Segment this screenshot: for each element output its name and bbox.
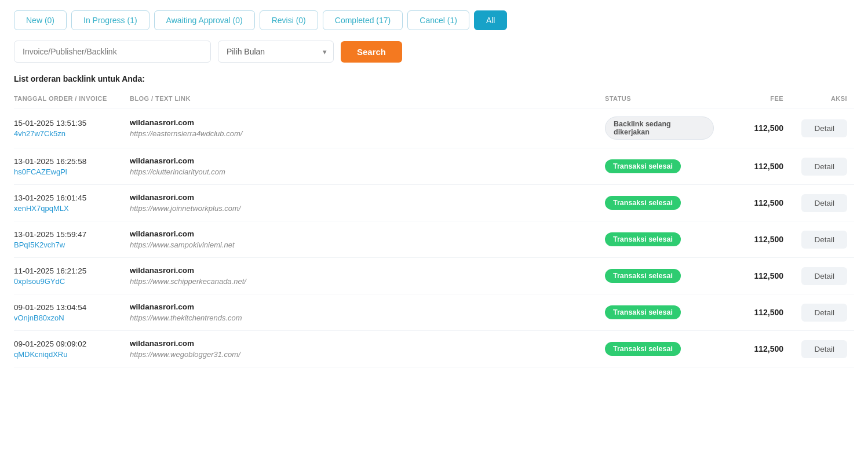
order-date: 13-01-2025 15:59:47	[14, 230, 123, 239]
order-date: 15-01-2025 13:51:35	[14, 119, 123, 127]
blog-url: https://www.thekitchentrends.com	[130, 314, 242, 322]
tab-cancel[interactable]: Cancel (1)	[407, 10, 469, 30]
fee-value: 112,500	[721, 185, 790, 221]
status-badge: Transaksi selesai	[605, 305, 681, 319]
col-header-tanggal: TANGGAL ORDER / INVOICE	[14, 92, 130, 108]
search-button[interactable]: Search	[341, 41, 402, 63]
tab-in-progress[interactable]: In Progress (1)	[71, 10, 149, 30]
table-row: 09-01-2025 09:09:02 qMDKcniqdXRu wildana…	[14, 331, 854, 367]
tab-revisi[interactable]: Revisi (0)	[260, 10, 318, 30]
blog-url: https://www.schipperkecanada.net/	[130, 277, 246, 286]
table-row: 11-01-2025 16:21:25 0xpIsou9GYdC wildana…	[14, 258, 854, 294]
blog-url: https://clutterinclarityout.com	[130, 167, 225, 176]
detail-button[interactable]: Detail	[801, 340, 847, 358]
col-header-fee: FEE	[721, 92, 790, 108]
search-input[interactable]	[14, 41, 211, 63]
blog-url: https://www.wegoblogger31.com/	[130, 350, 240, 359]
order-date: 09-01-2025 09:09:02	[14, 340, 123, 348]
month-select-wrap: Pilih Bulan ▾	[218, 41, 334, 63]
order-invoice[interactable]: BPqI5K2vch7w	[14, 240, 123, 249]
detail-button[interactable]: Detail	[801, 119, 847, 137]
blog-name: wildanasrori.com	[130, 302, 598, 311]
status-badge: Transaksi selesai	[605, 159, 681, 173]
orders-table: TANGGAL ORDER / INVOICE BLOG / TEXT LINK…	[14, 92, 854, 367]
status-badge: Transaksi selesai	[605, 269, 681, 283]
order-date: 13-01-2025 16:25:58	[14, 157, 123, 166]
blog-url: https://www.sampokiviniemi.net	[130, 240, 235, 249]
table-row: 13-01-2025 16:01:45 xenHX7qpqMLX wildana…	[14, 185, 854, 221]
blog-name: wildanasrori.com	[130, 193, 598, 202]
table-row: 13-01-2025 16:25:58 hs0FCAZEwgPl wildana…	[14, 148, 854, 185]
fee-value: 112,500	[721, 331, 790, 367]
detail-button[interactable]: Detail	[801, 304, 847, 322]
col-header-status: STATUS	[605, 92, 721, 108]
blog-url: https://easternsierra4wdclub.com/	[130, 129, 242, 138]
detail-button[interactable]: Detail	[801, 194, 847, 212]
order-invoice[interactable]: xenHX7qpqMLX	[14, 204, 123, 213]
col-header-blog: BLOG / TEXT LINK	[130, 92, 605, 108]
detail-button[interactable]: Detail	[801, 231, 847, 249]
status-badge: Transaksi selesai	[605, 342, 681, 356]
detail-button[interactable]: Detail	[801, 267, 847, 285]
list-heading: List orderan backlink untuk Anda:	[14, 74, 854, 83]
blog-url: https://www.joinnetworkplus.com/	[130, 204, 240, 213]
blog-name: wildanasrori.com	[130, 156, 598, 165]
blog-name: wildanasrori.com	[130, 339, 598, 348]
blog-name: wildanasrori.com	[130, 229, 598, 238]
order-invoice[interactable]: 0xpIsou9GYdC	[14, 277, 123, 286]
tab-new[interactable]: New (0)	[14, 10, 67, 30]
fee-value: 112,500	[721, 221, 790, 258]
blog-name: wildanasrori.com	[130, 118, 598, 127]
tab-bar: New (0)In Progress (1)Awaiting Approval …	[14, 10, 854, 30]
tab-all[interactable]: All	[474, 10, 508, 30]
table-row: 13-01-2025 15:59:47 BPqI5K2vch7w wildana…	[14, 221, 854, 258]
fee-value: 112,500	[721, 108, 790, 148]
blog-name: wildanasrori.com	[130, 266, 598, 275]
table-row: 09-01-2025 13:04:54 vOnjnB80xzoN wildana…	[14, 294, 854, 331]
month-select[interactable]: Pilih Bulan	[218, 41, 334, 63]
fee-value: 112,500	[721, 148, 790, 185]
table-header: TANGGAL ORDER / INVOICE BLOG / TEXT LINK…	[14, 92, 854, 108]
status-badge: Backlink sedang dikerjakan	[605, 116, 714, 140]
table-body: 15-01-2025 13:51:35 4vh27w7Ck5zn wildana…	[14, 108, 854, 367]
order-invoice[interactable]: 4vh27w7Ck5zn	[14, 129, 123, 138]
table-row: 15-01-2025 13:51:35 4vh27w7Ck5zn wildana…	[14, 108, 854, 148]
order-date: 11-01-2025 16:21:25	[14, 267, 123, 275]
detail-button[interactable]: Detail	[801, 158, 847, 176]
order-invoice[interactable]: vOnjnB80xzoN	[14, 314, 123, 322]
order-date: 13-01-2025 16:01:45	[14, 194, 123, 202]
fee-value: 112,500	[721, 294, 790, 331]
order-invoice[interactable]: hs0FCAZEwgPl	[14, 167, 123, 176]
tab-awaiting[interactable]: Awaiting Approval (0)	[154, 10, 255, 30]
tab-completed[interactable]: Completed (17)	[323, 10, 403, 30]
order-invoice[interactable]: qMDKcniqdXRu	[14, 350, 123, 359]
status-badge: Transaksi selesai	[605, 196, 681, 210]
order-date: 09-01-2025 13:04:54	[14, 303, 123, 312]
col-header-aksi: AKSI	[790, 92, 854, 108]
status-badge: Transaksi selesai	[605, 232, 681, 246]
filter-row: Pilih Bulan ▾ Search	[14, 41, 854, 63]
fee-value: 112,500	[721, 258, 790, 294]
